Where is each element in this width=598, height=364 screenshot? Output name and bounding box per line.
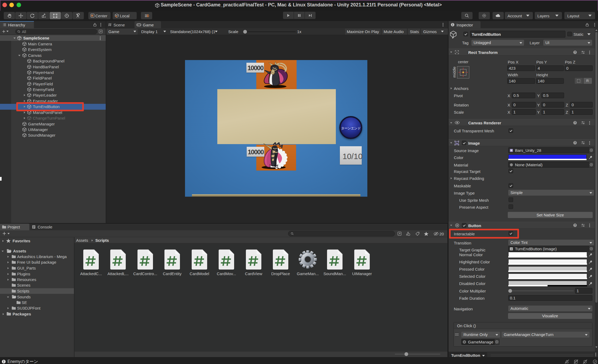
- svg-text:?: ?: [574, 141, 576, 144]
- svg-text:?: ?: [574, 224, 576, 227]
- svg-text:?: ?: [574, 121, 576, 124]
- svg-text:?: ?: [574, 51, 576, 54]
